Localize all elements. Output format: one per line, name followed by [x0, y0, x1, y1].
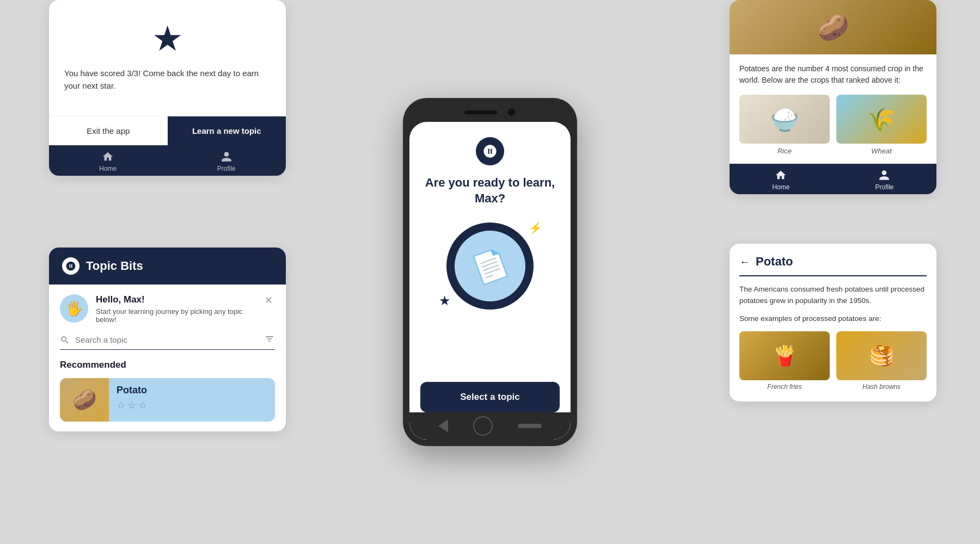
nav-home-label-right: Home — [772, 183, 789, 191]
detail-examples: 🍟 French fries 🥞 Hash browns — [739, 331, 927, 391]
rice-thumb: 🍚 — [739, 95, 830, 144]
search-input[interactable] — [75, 335, 259, 344]
phone-bottom-bar — [409, 412, 571, 440]
score-text: You have scored 3/3! Come back the next … — [64, 67, 271, 92]
logo-svg — [65, 261, 76, 271]
star-3: ☆ — [138, 399, 147, 411]
topic-thumb-potato: 🥔 — [60, 378, 109, 422]
wheat-label: Wheat — [871, 147, 892, 155]
rice-label: Rice — [777, 147, 792, 155]
profile-icon-left — [220, 151, 232, 163]
learn-new-topic-button[interactable]: Learn a new topic — [168, 116, 286, 145]
front-camera — [508, 108, 516, 116]
mascot-inner: 📄 — [455, 231, 525, 301]
select-topic-button[interactable]: Select a topic — [420, 382, 560, 412]
topic-name-potato: Potato — [117, 385, 147, 396]
phone-outer: Are you ready to learn, Max? ⚡ 📄 ★ Selec… — [403, 98, 577, 446]
phone-screen: Are you ready to learn, Max? ⚡ 📄 ★ Selec… — [409, 122, 571, 440]
recents-btn-phone[interactable] — [518, 424, 542, 428]
phone-content: Are you ready to learn, Max? ⚡ 📄 ★ Selec… — [409, 122, 571, 412]
nav-profile-right[interactable]: Profile — [875, 169, 893, 191]
recommended-label: Recommended — [60, 360, 275, 370]
hello-text: Hello, Max! Start your learning journey … — [96, 294, 255, 324]
crops-grid: 🍚 Rice 🌾 Wheat — [739, 95, 927, 155]
potato-para2: Some examples of processed potatoes are: — [739, 313, 927, 325]
card-detail-body: ← Potato The Americans consumed fresh po… — [730, 244, 936, 401]
mascot-paper: 📄 — [468, 244, 512, 288]
quiz-result-body: ★ You have scored 3/3! Come back the nex… — [49, 0, 286, 116]
crop-item-wheat: 🌾 Wheat — [836, 95, 927, 155]
nav-home-label-left: Home — [99, 165, 117, 172]
exit-button[interactable]: Exit the app — [49, 116, 168, 145]
wheat-thumb: 🌾 — [836, 95, 927, 144]
search-icon — [60, 335, 70, 345]
phone-heading: Are you ready to learn, Max? — [420, 175, 560, 206]
close-button[interactable]: ✕ — [262, 294, 275, 306]
nav-profile-left[interactable]: Profile — [217, 151, 236, 172]
speaker — [464, 110, 497, 114]
topic-info-potato: Potato ☆ ☆ ☆ — [109, 378, 155, 422]
back-btn-phone[interactable] — [438, 419, 448, 432]
crop-item-rice: 🍚 Rice — [739, 95, 830, 155]
topic-bits-body: 🖐️ Hello, Max! Start your learning journ… — [49, 285, 286, 431]
hello-title: Hello, Max! — [96, 294, 255, 305]
topic-bits-header: Topic Bits — [49, 248, 286, 285]
example-fries: 🍟 French fries — [739, 331, 830, 391]
stars-row: ☆ ☆ ☆ — [117, 399, 147, 411]
quiz-result-card: ★ You have scored 3/3! Come back the nex… — [49, 0, 286, 176]
potato-thumb-top: 🥔 — [730, 0, 936, 54]
topic-bits-card: Topic Bits 🖐️ Hello, Max! Start your lea… — [49, 248, 286, 431]
nav-home-left[interactable]: Home — [99, 151, 117, 172]
star-2: ☆ — [127, 399, 136, 411]
example-hash: 🥞 Hash browns — [836, 331, 927, 391]
phone-app-logo — [476, 137, 504, 165]
zap-icon: ⚡ — [529, 221, 542, 234]
phone-mascot: ⚡ 📄 ★ — [436, 217, 544, 315]
search-row[interactable] — [60, 333, 275, 350]
bottom-nav-left: Home Profile — [49, 145, 286, 176]
bottom-nav-right-top: Home Profile — [730, 164, 936, 194]
topic-item-potato[interactable]: 🥔 Potato ☆ ☆ ☆ — [60, 378, 275, 422]
topic-bits-title: Topic Bits — [86, 259, 143, 273]
card-right-top-body: Potatoes are the number 4 most consumed … — [730, 54, 936, 164]
nav-profile-label-left: Profile — [217, 165, 236, 172]
back-arrow-button[interactable]: ← — [739, 256, 750, 268]
nav-home-right[interactable]: Home — [772, 169, 789, 191]
detail-body-text: The Americans consumed fresh potatoes un… — [739, 284, 927, 325]
filter-button[interactable] — [264, 333, 275, 346]
home-icon-right — [775, 169, 787, 181]
app-logo-icon — [62, 257, 79, 275]
avatar-hand: 🖐️ — [60, 294, 88, 323]
hash-label: Hash browns — [836, 383, 927, 391]
fries-label: French fries — [739, 383, 830, 391]
detail-title: Potato — [756, 255, 793, 269]
home-icon — [102, 151, 114, 163]
nav-profile-label-right: Profile — [875, 183, 893, 191]
phone-notch — [409, 104, 571, 120]
hello-row: 🖐️ Hello, Max! Start your learning journ… — [60, 294, 275, 324]
star-1: ☆ — [117, 399, 125, 411]
mascot-star: ★ — [439, 293, 451, 308]
phone-wrapper: Are you ready to learn, Max? ⚡ 📄 ★ Selec… — [403, 98, 577, 446]
fries-thumb: 🍟 — [739, 331, 830, 380]
home-btn-phone[interactable] — [473, 416, 493, 436]
potato-para1: The Americans consumed fresh potatoes un… — [739, 284, 927, 307]
profile-icon-right — [878, 169, 890, 181]
mascot-circle: 📄 — [446, 222, 534, 310]
card-buttons: Exit the app Learn a new topic — [49, 116, 286, 145]
star-banner: ★ — [64, 13, 271, 67]
card-right-bottom: ← Potato The Americans consumed fresh po… — [730, 244, 936, 401]
crops-description: Potatoes are the number 4 most consumed … — [739, 63, 927, 86]
hello-body: Start your learning journey by picking a… — [96, 307, 255, 324]
star-icon: ★ — [152, 19, 183, 58]
phone-logo-icon — [482, 144, 498, 159]
card-right-top: 🥔 Potatoes are the number 4 most consume… — [730, 0, 936, 194]
detail-header: ← Potato — [739, 255, 927, 276]
hash-thumb: 🥞 — [836, 331, 927, 380]
filter-icon — [264, 333, 275, 344]
